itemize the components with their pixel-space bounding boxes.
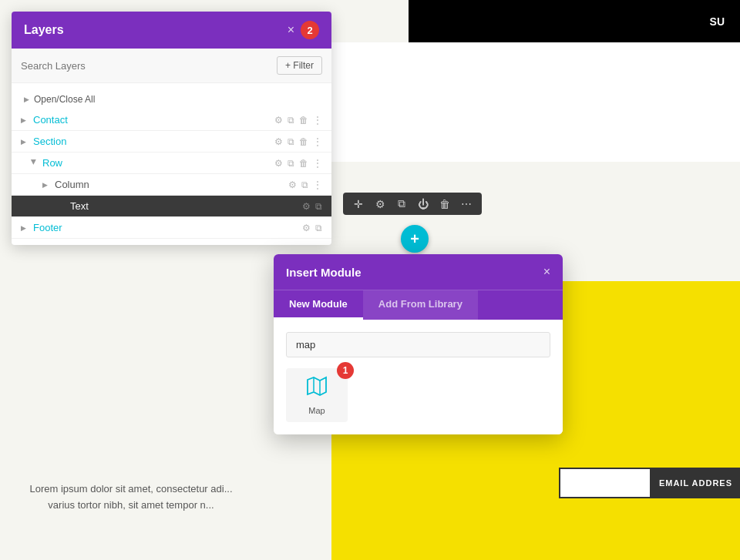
layer-gear-contact[interactable]: ⚙ <box>274 115 283 126</box>
tab-add-from-library[interactable]: Add From Library <box>363 290 478 320</box>
dialog-header: Insert Module × <box>274 254 563 290</box>
layer-icons-text: ⚙ ⧉ <box>302 201 322 212</box>
settings-icon[interactable]: ⚙ <box>372 198 388 210</box>
email-label: EMAIL ADDRES <box>651 468 740 498</box>
layer-gear-footer[interactable]: ⚙ <box>302 223 311 233</box>
layer-copy-column[interactable]: ⧉ <box>301 179 308 190</box>
layer-name-section: Section <box>33 136 274 147</box>
layer-copy-footer[interactable]: ⧉ <box>315 223 322 233</box>
layer-arrow-footer: ▶ <box>21 224 29 232</box>
layer-item-column[interactable]: ▶ Column ⚙ ⧉ ⋮ <box>12 174 331 196</box>
layer-arrow-column: ▶ <box>42 181 50 189</box>
layers-filter-button[interactable]: + Filter <box>277 56 322 75</box>
layer-more-column[interactable]: ⋮ <box>313 179 322 190</box>
layer-more-row[interactable]: ⋮ <box>313 158 322 169</box>
map-icon <box>306 375 328 401</box>
module-grid: Map 1 <box>286 368 550 422</box>
layer-gear-column[interactable]: ⚙ <box>288 179 297 190</box>
layer-icons-contact: ⚙ ⧉ 🗑 ⋮ <box>274 115 322 126</box>
layer-item-text[interactable]: Text ⚙ ⧉ <box>12 196 331 217</box>
layer-copy-text[interactable]: ⧉ <box>315 201 322 212</box>
layer-arrow-section: ▶ <box>21 138 29 146</box>
layers-badge: 2 <box>301 21 319 39</box>
module-search-input[interactable] <box>286 332 550 357</box>
layer-name-column: Column <box>55 179 288 190</box>
layers-content: Open/Close All ▶ Contact ⚙ ⧉ 🗑 ⋮ ▶ Secti… <box>12 83 331 245</box>
dialog-tabs: New Module Add From Library <box>274 290 563 320</box>
lorem-text: Lorem ipsum dolor sit amet, consectetur … <box>0 481 262 514</box>
dialog-title: Insert Module <box>286 266 362 279</box>
layer-copy-contact[interactable]: ⧉ <box>288 115 294 126</box>
layer-name-text: Text <box>70 200 302 212</box>
layer-icons-footer: ⚙ ⧉ <box>302 223 322 233</box>
layer-name-contact: Contact <box>33 114 274 126</box>
more-icon[interactable]: ⋯ <box>459 198 474 210</box>
duplicate-icon[interactable]: ⧉ <box>394 197 409 210</box>
layers-search-input[interactable] <box>21 60 271 72</box>
layer-item-row[interactable]: ▶ Row ⚙ ⧉ 🗑 ⋮ <box>12 153 331 174</box>
layer-name-footer: Footer <box>33 222 302 233</box>
layer-icons-column: ⚙ ⧉ ⋮ <box>288 179 322 190</box>
delete-icon[interactable]: 🗑 <box>437 198 452 210</box>
dialog-body: Map 1 <box>274 320 563 434</box>
layer-arrow-contact: ▶ <box>21 116 29 124</box>
layer-del-row[interactable]: 🗑 <box>299 158 308 169</box>
layer-item-contact[interactable]: ▶ Contact ⚙ ⧉ 🗑 ⋮ <box>12 109 331 131</box>
layers-header-right: × 2 <box>288 21 319 39</box>
layers-search-bar: + Filter <box>12 49 331 83</box>
layer-icons-section: ⚙ ⧉ 🗑 ⋮ <box>274 136 322 147</box>
layers-panel: Layers × 2 + Filter Open/Close All ▶ Con… <box>12 12 331 245</box>
layer-more-contact[interactable]: ⋮ <box>313 115 322 126</box>
email-input[interactable] <box>559 468 651 498</box>
module-item-map[interactable]: Map 1 <box>286 368 348 422</box>
open-close-all[interactable]: Open/Close All <box>12 89 331 109</box>
layers-header: Layers × 2 <box>12 12 331 49</box>
layer-del-section[interactable]: 🗑 <box>299 136 308 147</box>
layer-arrow-row: ▶ <box>30 159 38 167</box>
module-label-map: Map <box>308 406 325 415</box>
layer-copy-row[interactable]: ⧉ <box>288 158 294 169</box>
layer-item-footer[interactable]: ▶ Footer ⚙ ⧉ <box>12 217 331 239</box>
insert-module-dialog: Insert Module × New Module Add From Libr… <box>274 254 563 434</box>
white-content-area <box>331 42 740 162</box>
layer-gear-section[interactable]: ⚙ <box>274 136 283 147</box>
top-bar: SU <box>409 0 740 42</box>
layer-gear-text[interactable]: ⚙ <box>302 201 311 212</box>
layers-title: Layers <box>24 23 64 37</box>
top-bar-label: SU <box>710 15 725 28</box>
layer-gear-row[interactable]: ⚙ <box>274 158 283 169</box>
layer-icons-row: ⚙ ⧉ 🗑 ⋮ <box>274 158 322 169</box>
module-badge-map: 1 <box>337 362 354 379</box>
floating-toolbar: ✛ ⚙ ⧉ ⏻ 🗑 ⋯ <box>343 193 482 215</box>
layer-del-contact[interactable]: 🗑 <box>299 115 308 126</box>
layers-close-icon[interactable]: × <box>288 23 294 37</box>
layer-item-section[interactable]: ▶ Section ⚙ ⧉ 🗑 ⋮ <box>12 131 331 153</box>
dialog-close-icon[interactable]: × <box>543 265 550 279</box>
layer-name-row: Row <box>42 157 274 169</box>
tab-new-module[interactable]: New Module <box>274 290 363 320</box>
add-module-button[interactable]: + <box>401 225 429 253</box>
layer-more-section[interactable]: ⋮ <box>313 136 322 147</box>
layer-copy-section[interactable]: ⧉ <box>288 136 294 147</box>
move-icon[interactable]: ✛ <box>351 198 366 210</box>
power-icon[interactable]: ⏻ <box>415 198 431 210</box>
